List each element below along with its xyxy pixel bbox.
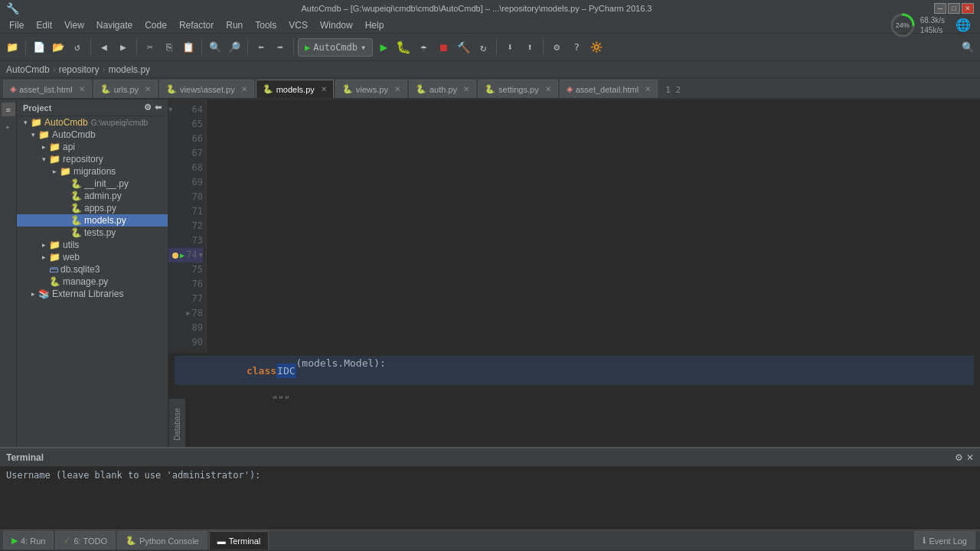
breadcrumb-item-repository[interactable]: repository xyxy=(59,64,100,75)
menu-window[interactable]: Window xyxy=(314,18,359,32)
tree-item-db[interactable]: 🗃 db.sqlite3 xyxy=(17,263,168,276)
sub-folder-arrow-icon: ▾ xyxy=(28,131,38,139)
prev-change-button[interactable]: ⬅ xyxy=(252,38,270,57)
code-editor[interactable]: 64 ▼ 65 66 67 68 69 70 71 72 73 ▶ 74 ▼ 7… xyxy=(168,99,980,447)
tree-path-label: G:\wupeiqi\cmdb xyxy=(91,119,148,127)
tree-item-extlibs[interactable]: ▸ 📚 External Libraries xyxy=(17,288,168,300)
close-tab-urls-icon[interactable]: ✕ xyxy=(145,85,151,93)
close-tab-icon[interactable]: ✕ xyxy=(79,85,85,93)
menu-help[interactable]: Help xyxy=(359,18,390,32)
vcs-update-button[interactable]: ⬇ xyxy=(501,38,519,57)
tab-views-py[interactable]: 🐍 views.py ✕ xyxy=(335,80,407,98)
close-tab-auth-icon[interactable]: ✕ xyxy=(463,85,469,93)
tab-settings-py[interactable]: 🐍 settings.py ✕ xyxy=(478,80,558,98)
project-folder-icon: 📁 xyxy=(31,117,42,128)
paste-button[interactable]: 📋 xyxy=(179,38,198,57)
run-button[interactable]: ▶ xyxy=(374,38,393,57)
rerun-button[interactable]: ↻ xyxy=(474,38,492,57)
close-tab-views2-icon[interactable]: ✕ xyxy=(394,85,400,93)
code-text-area[interactable]: class IDC(models.Model): """ 机房信息 """ xyxy=(168,353,980,399)
database-label[interactable]: Database xyxy=(173,402,181,447)
menu-refactor[interactable]: Refactor xyxy=(173,18,220,32)
tree-item-migrations[interactable]: ▸ 📁 migrations xyxy=(17,165,168,178)
close-tab-views-icon[interactable]: ✕ xyxy=(241,85,247,93)
tree-item-repository[interactable]: ▾ 📁 repository xyxy=(17,153,168,165)
tab-urls-py[interactable]: 🐍 urls.py ✕ xyxy=(93,80,158,98)
tab-models-py[interactable]: 🐍 models.py ✕ xyxy=(256,80,334,98)
forward-button[interactable]: ▶ xyxy=(114,38,132,57)
vcs-push-button[interactable]: ⬆ xyxy=(521,38,539,57)
python-console-icon: 🐍 xyxy=(126,536,136,546)
tab-asset-detail-html[interactable]: ◈ asset_detail.html ✕ xyxy=(560,80,658,98)
help-button[interactable]: ? xyxy=(567,38,586,57)
sidebar-collapse-icon[interactable]: ⬅ xyxy=(155,103,162,112)
menu-tools[interactable]: Tools xyxy=(249,18,283,32)
tree-label-extlibs: External Libraries xyxy=(52,289,123,299)
tree-item-tests[interactable]: 🐍 tests.py xyxy=(17,227,168,239)
breadcrumb-item-models[interactable]: models.py xyxy=(108,64,150,75)
sidebar-settings-icon[interactable]: ⚙ xyxy=(144,103,152,112)
tree-item-apps[interactable]: 🐍 apps.py xyxy=(17,202,168,214)
back-button[interactable]: ◀ xyxy=(95,38,113,57)
bottom-settings-icon[interactable]: ⚙ xyxy=(955,452,963,463)
toolbar-sep-7 xyxy=(496,40,497,55)
build-button[interactable]: 🔨 xyxy=(454,38,472,57)
menu-run[interactable]: Run xyxy=(220,18,249,32)
tree-item-autocmdb-root[interactable]: ▾ 📁 AutoCmdb G:\wupeiqi\cmdb xyxy=(17,116,168,129)
tab-asset-list-html[interactable]: ◈ asset_list.html ✕ xyxy=(3,80,92,98)
event-log-tab[interactable]: ℹ Event Log xyxy=(914,531,975,549)
tree-item-manage[interactable]: 🐍 manage.py xyxy=(17,276,168,288)
menu-edit[interactable]: Edit xyxy=(30,18,58,32)
new-file-button[interactable]: 📄 xyxy=(30,38,48,57)
terminal-content-area[interactable]: Username (leave blank to use 'administra… xyxy=(0,467,980,530)
run-tab[interactable]: ▶ 4: Run xyxy=(3,531,54,549)
terminal-tab[interactable]: ▬ Terminal xyxy=(209,531,270,549)
tab-views-asset-py[interactable]: 🐍 views\asset.py ✕ xyxy=(159,80,254,98)
copy-button[interactable]: ⎘ xyxy=(160,38,178,57)
tree-item-init[interactable]: 🐍 __init__.py xyxy=(17,178,168,190)
stop-button[interactable]: ⏹ xyxy=(434,38,452,57)
close-tab-settings-icon[interactable]: ✕ xyxy=(545,85,551,93)
search-button[interactable]: 🔍 xyxy=(206,38,224,57)
debug-arrow: ▶ xyxy=(180,248,185,262)
next-change-button[interactable]: ➡ xyxy=(271,38,289,57)
search-everywhere-button[interactable]: 🔍 xyxy=(959,38,977,57)
menu-vcs[interactable]: VCS xyxy=(283,18,314,32)
todo-tab[interactable]: ✓ 6: TODO xyxy=(55,531,116,549)
close-tab-detail-icon[interactable]: ✕ xyxy=(645,85,651,93)
open-button[interactable]: 📂 xyxy=(49,38,67,57)
python-console-tab[interactable]: 🐍 Python Console xyxy=(117,531,207,549)
bottom-close-icon[interactable]: ✕ xyxy=(966,452,974,463)
run-coverage-button[interactable]: ☂ xyxy=(414,38,433,57)
py-icon-admin: 🐍 xyxy=(70,191,82,201)
cut-button[interactable]: ✂ xyxy=(141,38,159,57)
menu-code[interactable]: Code xyxy=(139,18,173,32)
tree-item-utils[interactable]: ▸ 📁 utils xyxy=(17,239,168,251)
refresh-button[interactable]: ↺ xyxy=(68,38,87,57)
structure-toggle[interactable]: ≡ xyxy=(2,103,15,116)
debug-button[interactable]: 🐛 xyxy=(394,38,413,57)
tree-item-models[interactable]: 🐍 models.py xyxy=(17,214,168,227)
menu-view[interactable]: View xyxy=(58,18,90,32)
tab-overflow-indicator[interactable]: 1 2 xyxy=(662,82,684,98)
fold-marker-64[interactable]: ▼ xyxy=(168,103,172,117)
find-action-button[interactable]: 🔆 xyxy=(587,38,606,57)
toolbar-sep-8 xyxy=(543,40,544,55)
fold-marker-78[interactable]: ▶ xyxy=(186,306,190,321)
collapse-toggle[interactable]: ▸ xyxy=(5,122,10,131)
database-panel-strip[interactable]: Database xyxy=(168,399,185,447)
breadcrumb-item-autocmdb[interactable]: AutoCmdb xyxy=(6,64,50,75)
menu-file[interactable]: File xyxy=(3,18,30,32)
tree-item-admin[interactable]: 🐍 admin.py xyxy=(17,190,168,202)
close-tab-models-icon[interactable]: ✕ xyxy=(321,85,327,93)
tree-item-web[interactable]: ▸ 📁 web xyxy=(17,251,168,263)
titlebar-icon: 🔧 xyxy=(6,2,19,15)
fold-marker-74[interactable]: ▼ xyxy=(199,248,203,262)
menu-navigate[interactable]: Navigate xyxy=(90,18,139,32)
run-dropdown[interactable]: ▶ AutoCmdb ▾ xyxy=(298,38,373,57)
settings-button[interactable]: ⚙ xyxy=(547,38,566,57)
replace-button[interactable]: 🔎 xyxy=(225,38,243,57)
tree-item-api[interactable]: ▸ 📁 api xyxy=(17,141,168,153)
tab-auth-py[interactable]: 🐍 auth.py ✕ xyxy=(409,80,476,98)
tree-item-autocmdb-sub[interactable]: ▾ 📁 AutoCmdb xyxy=(17,129,168,141)
